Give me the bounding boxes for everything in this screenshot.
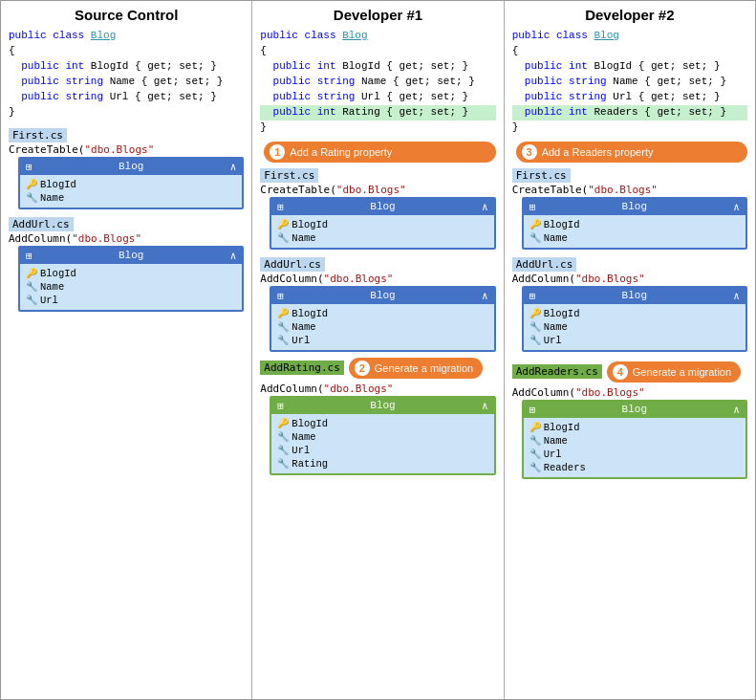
callout-1-badge: 1 Add a Rating property	[264, 142, 495, 163]
source-addurl-icon: ⊞	[26, 250, 32, 262]
dev1-addurl-resx-box: ⊞ Blog ∧ 🔑BlogId 🔧Name 🔧Url	[270, 286, 495, 352]
source-first-resx-header: ⊞ Blog ∧	[20, 159, 242, 175]
dev2-addreaders-resx-header: ⊞ Blog ∧	[524, 402, 745, 418]
callout-2-label: Generate a migration	[375, 362, 473, 374]
source-first-cs-label: First.cs	[9, 128, 67, 142]
source-addurl-resx-header: ⊞ Blog ∧	[20, 248, 242, 264]
source-addurl-chevron: ∧	[230, 250, 237, 262]
dev2-addurl-resx-header: ⊞ Blog ∧	[524, 288, 745, 304]
dev2-addreaders-code: AddColumn("dbo.Blogs"	[512, 386, 747, 399]
callout-4-number: 4	[613, 364, 628, 380]
source-first-blogid: 🔑 BlogId	[26, 178, 236, 191]
dev2-addreaders-resx-box: ⊞ Blog ∧ 🔑BlogId 🔧Name 🔧Url 🔧Readers	[522, 400, 747, 479]
source-control-column: Source Control public class Blog { publi…	[1, 1, 252, 699]
wrench-icon: 🔧	[26, 281, 37, 293]
source-addurl-label: Blog	[119, 250, 143, 261]
dev2-first-resx-box: ⊞ Blog ∧ 🔑BlogId 🔧Name	[522, 197, 747, 250]
callout-4-container: AddReaders.cs 4 Generate a migration	[512, 361, 747, 383]
developer1-header: Developer #1	[260, 7, 495, 23]
dev2-addurl-cs-label: AddUrl.cs	[512, 257, 577, 272]
dev2-addreaders-migration: AddColumn("dbo.Blogs" ⊞ Blog ∧ 🔑BlogId 🔧…	[512, 386, 747, 479]
dev1-addurl-cs-label: AddUrl.cs	[260, 257, 325, 272]
dev1-first-resx-body: 🔑BlogId 🔧Name	[271, 215, 493, 248]
source-first-code: CreateTable("dbo.Blogs"	[9, 143, 244, 156]
dev1-addrating-resx-box: ⊞ Blog ∧ 🔑BlogId 🔧Name 🔧Url 🔧Rating	[270, 396, 495, 475]
callout-2-badge: 2 Generate a migration	[349, 358, 483, 379]
dev1-addurl-migration: AddUrl.cs AddColumn("dbo.Blogs" ⊞ Blog ∧…	[260, 255, 495, 352]
dev2-code: public class Blog { public int BlogId { …	[512, 29, 747, 136]
developer1-column: Developer #1 public class Blog { public …	[252, 1, 504, 699]
dev1-addurl-resx-header: ⊞ Blog ∧	[271, 288, 493, 304]
dev1-first-cs-label: First.cs	[260, 168, 318, 183]
callout-1-number: 1	[270, 144, 285, 160]
source-first-resx-icon: ⊞	[26, 161, 32, 173]
wrench-icon-name: 🔧	[26, 192, 37, 204]
key-icon-blogid: 🔑	[26, 179, 37, 190]
callout-4-label: Generate a migration	[633, 366, 731, 378]
dev2-addreaders-cs-label: AddReaders.cs	[512, 364, 602, 379]
main-container: Source Control public class Blog { publi…	[0, 0, 756, 700]
dev2-first-migration: First.cs CreateTable("dbo.Blogs" ⊞ Blog …	[512, 166, 747, 250]
dev2-addurl-migration: AddUrl.cs AddColumn("dbo.Blogs" ⊞ Blog ∧…	[512, 255, 747, 352]
callout-3-number: 3	[522, 144, 537, 160]
dev1-first-migration: First.cs CreateTable("dbo.Blogs" ⊞ Blog …	[260, 166, 495, 250]
dev1-first-code: CreateTable("dbo.Blogs"	[260, 184, 495, 196]
source-control-header: Source Control	[9, 7, 244, 23]
dev2-first-cs-label: First.cs	[512, 168, 571, 183]
dev2-first-resx-header: ⊞ Blog ∧	[524, 199, 745, 215]
callout-3-label: Add a Readers property	[542, 146, 654, 158]
source-addurl-resx-body: 🔑 BlogId 🔧 Name 🔧 Url	[20, 264, 242, 310]
source-first-name: 🔧 Name	[26, 191, 236, 205]
wrench-icon: 🔧	[26, 295, 37, 306]
callout-3-badge: 3 Add a Readers property	[516, 142, 747, 163]
source-addurl-resx-box: ⊞ Blog ∧ 🔑 BlogId 🔧 Name 🔧 Url	[18, 246, 244, 312]
dev1-code: public class Blog { public int BlogId { …	[260, 29, 495, 136]
dev1-first-resx-box: ⊞ Blog ∧ 🔑BlogId 🔧Name	[270, 197, 495, 250]
developer2-header: Developer #2	[512, 7, 747, 23]
source-first-resx-label: Blog	[119, 161, 143, 172]
dev2-addurl-code: AddColumn("dbo.Blogs"	[512, 273, 747, 285]
source-addurl-migration: AddUrl.cs AddColumn("dbo.Blogs" ⊞ Blog ∧…	[9, 215, 244, 312]
dev1-addurl-code: AddColumn("dbo.Blogs"	[260, 273, 495, 285]
developer2-column: Developer #2 public class Blog { public …	[505, 1, 755, 699]
dev1-addrating-migration: AddColumn("dbo.Blogs" ⊞ Blog ∧ 🔑BlogId 🔧…	[260, 383, 495, 475]
dev1-addrating-cs-label: AddRating.cs	[260, 361, 343, 375]
dev1-addrating-resx-header: ⊞ Blog ∧	[271, 398, 493, 414]
callout-2-number: 2	[355, 361, 370, 376]
source-addurl-code: AddColumn("dbo.Blogs"	[9, 232, 244, 245]
source-first-resx-body: 🔑 BlogId 🔧 Name	[20, 175, 242, 208]
source-first-migration: First.cs CreateTable("dbo.Blogs" ⊞ Blog …	[9, 126, 244, 209]
callout-2-container: AddRating.cs 2 Generate a migration	[260, 358, 495, 379]
source-control-code: public class Blog { public int BlogId { …	[9, 29, 244, 120]
dev1-addrating-code: AddColumn("dbo.Blogs"	[260, 383, 495, 395]
key-icon: 🔑	[26, 268, 37, 279]
source-first-resx-chevron: ∧	[230, 161, 237, 173]
dev2-first-code: CreateTable("dbo.Blogs"	[512, 184, 747, 196]
callout-1-label: Add a Rating property	[290, 146, 392, 158]
dev2-addurl-resx-box: ⊞ Blog ∧ 🔑BlogId 🔧Name 🔧Url	[522, 286, 747, 352]
source-addurl-cs-label: AddUrl.cs	[9, 217, 74, 231]
dev1-first-resx-header: ⊞ Blog ∧	[271, 199, 493, 215]
callout-4-badge: 4 Generate a migration	[607, 361, 741, 383]
source-first-resx-box: ⊞ Blog ∧ 🔑 BlogId 🔧 Name	[18, 157, 244, 209]
